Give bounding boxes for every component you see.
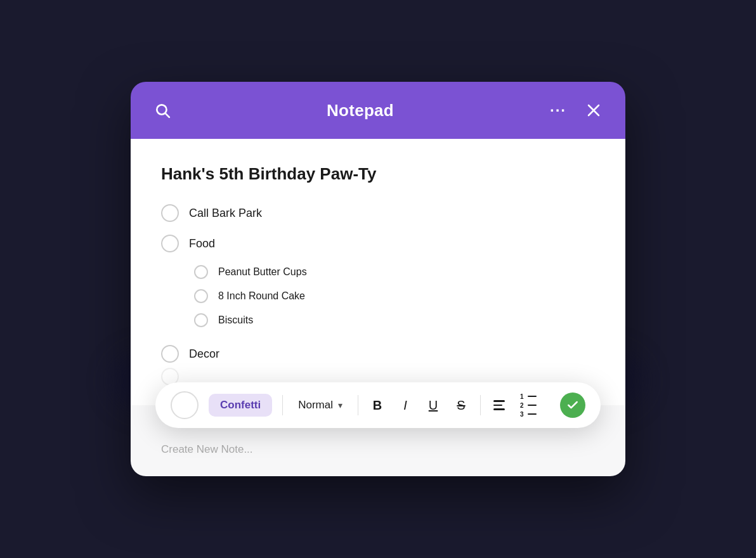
bullet-list-button[interactable] — [491, 399, 507, 412]
app-title: Notepad — [327, 101, 394, 120]
italic-button[interactable]: I — [396, 397, 414, 414]
header-actions: ··· — [547, 99, 605, 122]
checkbox-item2c[interactable] — [194, 313, 208, 327]
svg-line-1 — [166, 114, 169, 117]
formatting-toolbar: Confetti Normal ▾ B I U S 1 — [155, 382, 601, 428]
item-label-item2c: Biscuits — [218, 315, 253, 326]
toolbar-separator-3 — [480, 395, 481, 415]
confirm-button[interactable] — [560, 393, 585, 418]
checkbox-item1[interactable] — [161, 204, 179, 222]
toolbar-separator — [282, 395, 283, 415]
list-item-sub: Biscuits — [194, 313, 595, 327]
toolbar-badge-label[interactable]: Confetti — [209, 394, 272, 417]
item-label-item3: Decor — [189, 347, 219, 361]
toolbar-separator-2 — [358, 395, 358, 415]
list-item: Decor — [161, 345, 595, 363]
list-item-sub: 8 Inch Round Cake — [194, 289, 595, 303]
list-item: Call Bark Park — [161, 204, 595, 222]
close-button[interactable] — [582, 99, 605, 122]
create-note-placeholder[interactable]: Create New Note... — [161, 443, 253, 455]
app-window: Notepad ··· Hank's 5th Birthday Paw-Ty C… — [131, 82, 625, 476]
item-label-item2: Food — [189, 237, 215, 250]
app-header: Notepad ··· — [131, 82, 625, 139]
list-item: Food — [161, 235, 595, 252]
checkbox-item3[interactable] — [161, 345, 179, 363]
checkbox-item2b[interactable] — [194, 289, 208, 303]
item-label-item2b: 8 Inch Round Cake — [218, 290, 305, 302]
toolbar-circle-button[interactable] — [171, 391, 199, 419]
numbered-list-button[interactable]: 1 2 3 — [518, 392, 539, 419]
checkbox-item2[interactable] — [161, 235, 179, 252]
strikethrough-button[interactable]: S — [452, 397, 470, 414]
chevron-down-icon: ▾ — [338, 400, 342, 410]
more-options-button[interactable]: ··· — [547, 99, 570, 122]
text-style-dropdown[interactable]: Normal ▾ — [293, 399, 348, 412]
checkbox-item2a[interactable] — [194, 265, 208, 279]
note-title: Hank's 5th Birthday Paw-Ty — [161, 164, 595, 184]
bold-button[interactable]: B — [368, 397, 386, 414]
text-style-label: Normal — [298, 399, 333, 412]
note-content: Hank's 5th Birthday Paw-Ty Call Bark Par… — [131, 139, 625, 405]
item-label-item1: Call Bark Park — [189, 207, 262, 220]
list-item-sub: Peanut Butter Cups — [194, 265, 595, 279]
underline-button[interactable]: U — [424, 397, 442, 414]
item-label-item2a: Peanut Butter Cups — [218, 266, 307, 278]
search-icon[interactable] — [151, 99, 174, 122]
